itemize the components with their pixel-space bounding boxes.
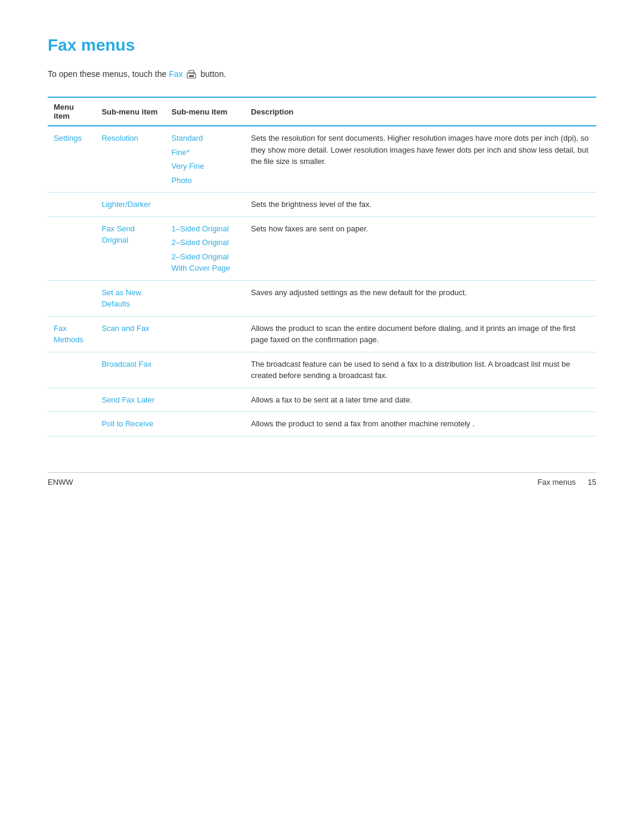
- cell-description: The broadcast feature can be used to sen…: [245, 352, 596, 388]
- cell-description: Sets the brightness level of the fax.: [245, 193, 596, 217]
- cell-menu-item: [48, 193, 95, 217]
- intro-paragraph: To open these menus, touch the Fax butto…: [48, 69, 596, 80]
- cell-menu-item: [48, 352, 95, 388]
- footer-left: ENWW: [48, 478, 73, 487]
- table-row: Broadcast FaxThe broadcast feature can b…: [48, 352, 596, 388]
- cell-menu-item: Settings: [48, 126, 95, 193]
- sub2-item: Photo: [172, 175, 239, 187]
- cell-sub1: Set as New Defaults: [95, 280, 165, 316]
- col-header-description: Description: [245, 97, 596, 126]
- cell-sub2: [166, 280, 245, 316]
- table-row: Fax Send Original1–Sided Original2–Sided…: [48, 216, 596, 280]
- sub2-item: 1–Sided Original: [172, 223, 239, 235]
- cell-menu-item: [48, 388, 95, 412]
- sub2-item: Very Fine: [172, 160, 239, 172]
- fax-menus-table: Menu item Sub-menu item Sub-menu item De…: [48, 97, 596, 436]
- cell-description: Sets the resolution for sent documents. …: [245, 126, 596, 193]
- svg-rect-2: [189, 75, 194, 77]
- sub2-item: Standard: [172, 132, 239, 144]
- cell-menu-item: Fax Methods: [48, 316, 95, 352]
- table-row: Fax MethodsScan and FaxAllows the produc…: [48, 316, 596, 352]
- cell-menu-item: [48, 216, 95, 280]
- svg-point-3: [193, 73, 194, 75]
- cell-menu-item: [48, 280, 95, 316]
- col-header-sub2: Sub-menu item: [166, 97, 245, 126]
- footer-page-number: 15: [588, 478, 596, 487]
- cell-menu-item: [48, 412, 95, 436]
- fax-link[interactable]: Fax: [169, 69, 182, 79]
- cell-sub2: [166, 388, 245, 412]
- cell-sub2: 1–Sided Original2–Sided Original2–Sided …: [166, 216, 245, 280]
- cell-sub1: Scan and Fax: [95, 316, 165, 352]
- cell-sub2: StandardFine*Very FinePhoto: [166, 126, 245, 193]
- table-header-row: Menu item Sub-menu item Sub-menu item De…: [48, 97, 596, 126]
- cell-sub1: Lighter/Darker: [95, 193, 165, 217]
- sub2-item: 2–Sided Original: [172, 237, 239, 249]
- fax-icon: [186, 69, 197, 80]
- page-footer: ENWW Fax menus 15: [48, 472, 596, 487]
- cell-sub1: Resolution: [95, 126, 165, 193]
- intro-button: button.: [200, 69, 226, 79]
- table-row: Set as New DefaultsSaves any adjusted se…: [48, 280, 596, 316]
- col-header-sub1: Sub-menu item: [95, 97, 165, 126]
- cell-sub1: Send Fax Later: [95, 388, 165, 412]
- cell-sub1: Broadcast Fax: [95, 352, 165, 388]
- col-header-menu-item: Menu item: [48, 97, 95, 126]
- table-row: SettingsResolutionStandardFine*Very Fine…: [48, 126, 596, 193]
- cell-description: Allows the product to send a fax from an…: [245, 412, 596, 436]
- cell-sub2: [166, 412, 245, 436]
- cell-sub1: Fax Send Original: [95, 216, 165, 280]
- cell-description: Allows the product to scan the entire do…: [245, 316, 596, 352]
- cell-sub2: [166, 352, 245, 388]
- page-title: Fax menus: [48, 36, 596, 55]
- footer-right: Fax menus 15: [537, 478, 596, 487]
- sub2-item: Fine*: [172, 147, 239, 159]
- cell-sub2: [166, 316, 245, 352]
- table-row: Send Fax LaterAllows a fax to be sent at…: [48, 388, 596, 412]
- intro-text: To open these menus, touch the: [48, 69, 166, 79]
- sub2-item: 2–Sided Original With Cover Page: [172, 251, 239, 274]
- cell-description: Allows a fax to be sent at a later time …: [245, 388, 596, 412]
- cell-description: Saves any adjusted settings as the new d…: [245, 280, 596, 316]
- cell-description: Sets how faxes are sent on paper.: [245, 216, 596, 280]
- cell-sub1: Poll to Receive: [95, 412, 165, 436]
- table-row: Lighter/DarkerSets the brightness level …: [48, 193, 596, 217]
- cell-sub2: [166, 193, 245, 217]
- footer-title: Fax menus: [537, 478, 575, 487]
- table-row: Poll to ReceiveAllows the product to sen…: [48, 412, 596, 436]
